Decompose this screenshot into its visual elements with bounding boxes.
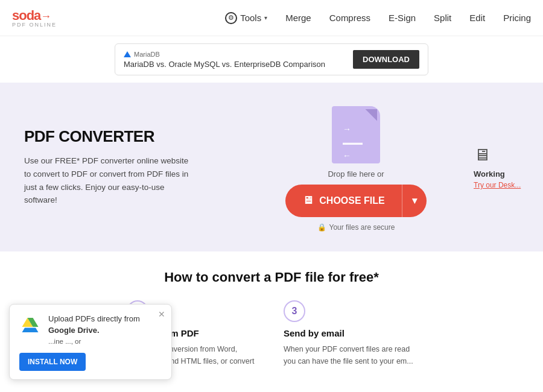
ad-brand: MariaDB bbox=[124, 51, 325, 58]
nav-item-compress[interactable]: Compress bbox=[329, 13, 370, 23]
install-now-button[interactable]: INSTALL NOW bbox=[19, 353, 86, 371]
popup-bold-text: Google Drive. bbox=[48, 326, 100, 335]
gdrive-popup: ✕ Upload PDFs directly from Google Drive… bbox=[9, 304, 172, 380]
choose-file-label: CHOOSE FILE bbox=[319, 195, 384, 206]
logo[interactable]: soda→ PDF ONLINE bbox=[12, 8, 57, 28]
popup-text: Upload PDFs directly from Google Drive. bbox=[48, 313, 162, 337]
arrow-left-icon: ← bbox=[343, 151, 351, 160]
card-desc-1: When your PDF convert files are read you… bbox=[284, 343, 416, 367]
drop-file-text: Drop file here or bbox=[328, 169, 384, 179]
nav-item-split[interactable]: Split bbox=[434, 13, 451, 23]
dropdown-arrow-icon[interactable]: ▾ bbox=[402, 185, 427, 217]
hero-title: PDF CONVERTER bbox=[24, 127, 193, 146]
working-text: Working bbox=[474, 169, 534, 179]
hero-right: 🖥 Working Try our Desk... bbox=[465, 83, 543, 251]
nav-item-tools[interactable]: ⚙ Tools ▾ bbox=[225, 12, 267, 24]
how-to-title: How to convert a PDF file for free* bbox=[24, 270, 519, 285]
ad-download-button[interactable]: DOWNLOAD bbox=[353, 50, 419, 69]
card-title-1: Send by email bbox=[284, 328, 416, 338]
arrow-right-icon: → bbox=[343, 124, 351, 134]
desktop-icon: 🖥 bbox=[474, 145, 534, 165]
logo-subtitle: PDF ONLINE bbox=[12, 22, 57, 28]
ad-banner: MariaDB MariaDB vs. Oracle MySQL vs. Ent… bbox=[115, 43, 428, 75]
choose-file-button[interactable]: 🖥 CHOOSE FILE ▾ bbox=[285, 185, 426, 217]
nav-item-edit[interactable]: Edit bbox=[469, 13, 485, 23]
hero-description: Use our FREE* PDF converter online websi… bbox=[24, 154, 193, 206]
gear-icon: ⚙ bbox=[225, 12, 237, 24]
popup-desc: ...ine ..., or bbox=[48, 337, 162, 347]
nav-item-esign[interactable]: E-Sign bbox=[389, 13, 416, 23]
desktop-link[interactable]: Try our Desk... bbox=[474, 181, 534, 189]
pdf-convert-icon: → ▬▬▬ ← bbox=[329, 103, 383, 163]
main-nav: ⚙ Tools ▾ Merge Compress E-Sign Split Ed… bbox=[225, 12, 531, 24]
hero-left: PDF CONVERTER Use our FREE* PDF converte… bbox=[24, 127, 193, 206]
chevron-down-icon: ▾ bbox=[264, 14, 267, 21]
gdrive-logo-icon bbox=[19, 314, 41, 336]
popup-close-button[interactable]: ✕ bbox=[158, 309, 165, 319]
lock-icon: 🔒 bbox=[317, 223, 326, 232]
popup-content-row: Upload PDFs directly from Google Drive. … bbox=[19, 313, 162, 347]
header: soda→ PDF ONLINE ⚙ Tools ▾ Merge Compres… bbox=[0, 0, 543, 36]
monitor-icon: 🖥 bbox=[302, 194, 313, 207]
card-number-3: 3 bbox=[284, 300, 305, 322]
mariadb-icon bbox=[124, 51, 131, 57]
hero-section: PDF CONVERTER Use our FREE* PDF converte… bbox=[0, 83, 543, 251]
nav-item-merge[interactable]: Merge bbox=[285, 13, 311, 23]
nav-item-pricing[interactable]: Pricing bbox=[503, 13, 531, 23]
ad-content: MariaDB MariaDB vs. Oracle MySQL vs. Ent… bbox=[124, 51, 325, 69]
ad-text: MariaDB vs. Oracle MySQL vs. EnterpriseD… bbox=[124, 60, 325, 69]
secure-files-text: 🔒 Your files are secure bbox=[317, 223, 395, 232]
logo-arrow-icon: → bbox=[40, 10, 51, 23]
how-to-card-1: 3 Send by email When your PDF convert fi… bbox=[284, 300, 416, 379]
